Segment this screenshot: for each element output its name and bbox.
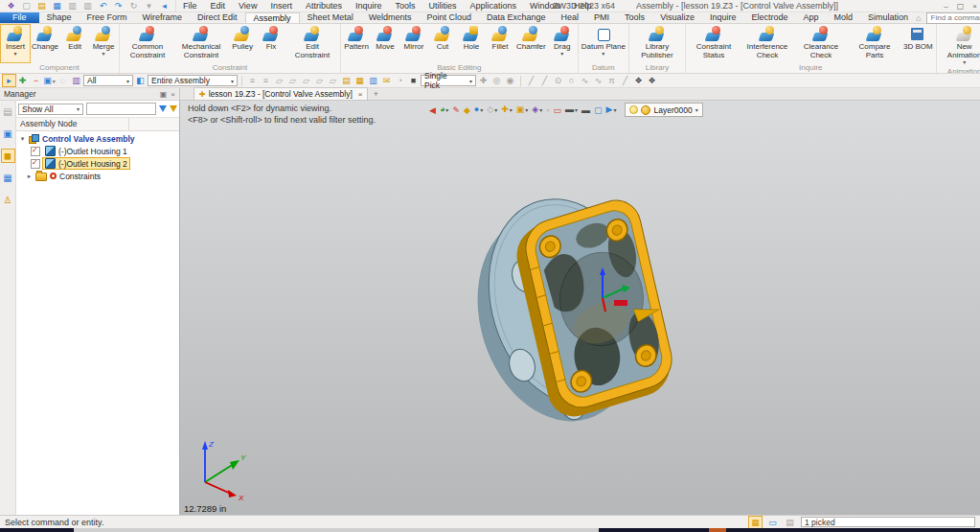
ribbon-tab[interactable]: Electrode <box>744 12 796 23</box>
ribbon-tab[interactable]: Wireframe <box>135 12 191 23</box>
menu-item[interactable]: File <box>176 0 204 12</box>
status-icon[interactable]: ▭ <box>766 517 779 528</box>
geometry-filter-icon[interactable]: ╱ <box>619 75 631 86</box>
ribbon-tab[interactable]: Weldments <box>361 12 420 23</box>
ribbon-button[interactable]: New Animation▾ <box>938 25 980 66</box>
ribbon-button[interactable]: Insert▾ <box>1 25 30 62</box>
ribbon-button[interactable]: Cut▾ <box>428 25 457 62</box>
ribbon-tab[interactable]: Point Cloud <box>420 12 480 23</box>
close-icon[interactable]: × <box>972 2 977 11</box>
toolbar-icon[interactable]: ▱ <box>286 75 299 86</box>
toolbar-icon[interactable]: ✚ <box>16 75 29 86</box>
menu-item[interactable]: Utilities <box>422 0 463 12</box>
geometry-filter-icon[interactable]: ╱ <box>525 75 537 86</box>
quick-access-icon[interactable]: ▢ <box>20 0 33 12</box>
ribbon-button[interactable]: Chamfer▾ <box>514 25 548 62</box>
new-tab-button[interactable]: + <box>368 88 383 100</box>
scope-dropdown[interactable]: Entire Assembly▾ <box>148 75 238 86</box>
toolbar-icon[interactable]: ▸ <box>3 75 15 86</box>
view-toolbar-icon[interactable]: ✎ <box>452 104 460 116</box>
geometry-filter-icon[interactable]: ∿ <box>592 75 604 86</box>
ribbon-tab[interactable]: Free Form <box>80 12 135 23</box>
ribbon-tab[interactable]: App <box>796 12 827 23</box>
tab-close-icon[interactable]: × <box>358 90 363 99</box>
ribbon-button[interactable]: 3D BOM▾ <box>901 25 935 62</box>
assembly-node-column[interactable]: Assembly Node <box>16 118 129 130</box>
tree-component-row[interactable]: (-)Outlet Housing 2 <box>16 157 179 170</box>
filter-dropdown[interactable]: All▾ <box>83 75 133 86</box>
panel-close-icon[interactable]: × <box>171 90 175 99</box>
home-icon[interactable]: ⌂ <box>916 13 921 23</box>
tree-constraints-row[interactable]: ▸ Constraints <box>16 170 179 182</box>
view-toolbar-icon[interactable]: ▬ <box>581 104 590 116</box>
toolbar-icon[interactable]: ▥ <box>70 75 82 86</box>
geometry-filter-icon[interactable]: ❖ <box>632 75 645 86</box>
menu-item[interactable]: Inquire <box>349 0 389 12</box>
quick-access-icon[interactable]: ▥ <box>66 0 79 12</box>
side-strip-icon[interactable]: ▦ <box>2 172 14 184</box>
show-filter-dropdown[interactable]: Show All▾ <box>18 104 83 115</box>
ribbon-button[interactable]: Interference Check▾ <box>741 25 794 62</box>
view-toolbar-icon[interactable]: ▫ <box>546 104 549 116</box>
toolbar-icon[interactable]: ▱ <box>313 75 326 86</box>
ribbon-tab[interactable]: Data Exchange <box>479 12 554 23</box>
ribbon-button[interactable]: Datum Plane▾ <box>580 25 627 62</box>
layer-selector[interactable]: Layer0000 ▾ <box>625 103 702 117</box>
ribbon-button[interactable]: Drag▾ <box>548 25 577 62</box>
geometry-filter-icon[interactable]: ∿ <box>579 75 591 86</box>
ribbon-button[interactable]: Merge▾ <box>89 25 118 62</box>
toolbar-icon[interactable]: ▱ <box>300 75 312 86</box>
ribbon-tab[interactable]: Assembly <box>245 12 300 23</box>
view-toolbar-icon[interactable]: ▶ <box>606 104 617 116</box>
ribbon-tab[interactable]: Inquire <box>702 12 744 23</box>
tree-component-row[interactable]: (-)Outlet Housing 1 <box>16 145 179 157</box>
quick-access-icon[interactable]: ▤ <box>35 0 48 12</box>
visibility-checkbox[interactable] <box>31 147 40 156</box>
side-strip-icon[interactable]: ▣ <box>2 127 14 140</box>
ribbon-tab[interactable]: Sheet Metal <box>300 12 361 23</box>
view-toolbar-icon[interactable]: ◈ <box>532 104 542 116</box>
ribbon-button[interactable]: Fix▾ <box>257 25 285 62</box>
view-toolbar-icon[interactable]: ▭ <box>553 104 561 116</box>
view-toolbar-icon[interactable]: ▬ <box>565 104 578 116</box>
ribbon-tab[interactable]: Tools <box>617 12 652 23</box>
toolbar-icon[interactable]: ▱ <box>327 75 339 86</box>
ribbon-tab[interactable]: PMI <box>586 12 617 23</box>
view-toolbar-icon[interactable]: ▢ <box>594 104 603 116</box>
find-command-box[interactable] <box>926 12 980 24</box>
toolbar-icon[interactable]: ▣ <box>43 75 56 86</box>
toolbar-icon[interactable]: ▦ <box>353 75 366 86</box>
ribbon-button[interactable]: Fillet▾ <box>486 25 514 62</box>
side-strip-icon[interactable]: ◼ <box>2 150 14 162</box>
toolbar-icon[interactable]: ▱ <box>273 75 285 86</box>
view-toolbar-icon[interactable]: ✚ <box>501 104 513 116</box>
ribbon-tab[interactable]: Heal <box>554 12 587 23</box>
ribbon-button[interactable]: Mirror▾ <box>399 25 428 62</box>
ribbon-button[interactable]: Clearance Check▾ <box>794 25 848 62</box>
geometry-filter-icon[interactable]: ○ <box>565 75 578 86</box>
ribbon-button[interactable]: Pattern▾ <box>342 25 371 62</box>
toolbar-icon[interactable]: ◔ <box>394 75 406 86</box>
toolbar-icon[interactable]: ≡ <box>260 75 272 86</box>
ribbon-button[interactable]: Move▾ <box>371 25 399 62</box>
expander-closed-icon[interactable]: ▸ <box>26 173 33 180</box>
geometry-filter-icon[interactable]: ⊙ <box>552 75 564 86</box>
toolbar-icon[interactable]: ▥ <box>367 75 379 86</box>
quick-access-icon[interactable]: ↻ <box>127 0 140 12</box>
tree-root-row[interactable]: ▾ Control Valve Assembly <box>16 132 179 145</box>
document-tab[interactable]: ✚ lesson 19.Z3 - [Control Valve Assembly… <box>194 87 368 100</box>
menu-item[interactable]: Attributes <box>299 0 349 12</box>
ribbon-button[interactable]: Edit▾ <box>60 25 89 62</box>
toolbar-icon[interactable]: ◎ <box>490 75 503 86</box>
ribbon-tab[interactable]: Shape <box>39 12 80 23</box>
minimize-icon[interactable]: – <box>944 2 947 11</box>
filter-text-input[interactable] <box>86 103 156 115</box>
toolbar-icon[interactable]: ✉ <box>380 75 393 86</box>
ribbon-tab[interactable]: Mold <box>827 12 861 23</box>
toolbar-icon[interactable]: ▤ <box>340 75 353 86</box>
view-toolbar-icon[interactable]: ● <box>474 104 483 116</box>
ribbon-button[interactable]: Mechanical Constraint▾ <box>174 25 228 62</box>
geometry-filter-icon[interactable]: ╱ <box>538 75 551 86</box>
geometry-filter-icon[interactable]: ❖ <box>646 75 658 86</box>
quick-access-icon[interactable]: ▦ <box>51 0 63 12</box>
